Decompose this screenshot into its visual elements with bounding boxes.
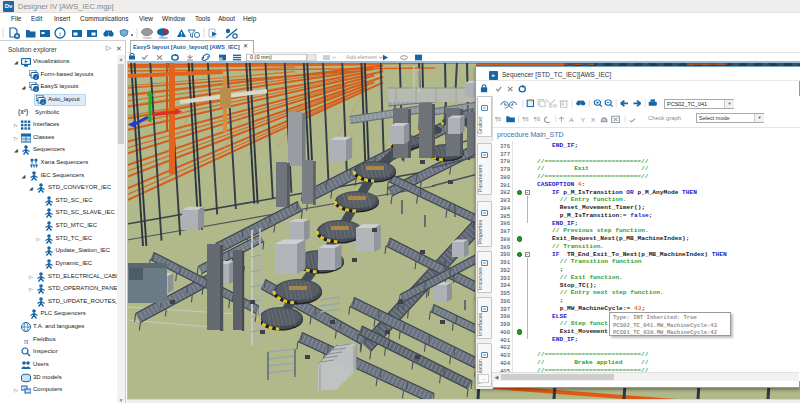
svg-text:A: A — [569, 116, 574, 122]
svg-text:¶6: ¶6 — [522, 116, 528, 121]
svg-text:Y: Y — [580, 116, 585, 122]
svg-text:X: X — [591, 116, 596, 122]
svg-text:¶6: ¶6 — [495, 116, 501, 121]
svg-text:¶6: ¶6 — [534, 116, 540, 121]
svg-text:0 (0 mm): 0 (0 mm) — [250, 54, 272, 59]
svg-text:Offline: Offline — [158, 36, 167, 40]
svg-text:i: i — [59, 30, 61, 38]
svg-text:Add element: Add element — [346, 54, 377, 59]
svg-text:Online: Online — [142, 36, 151, 40]
